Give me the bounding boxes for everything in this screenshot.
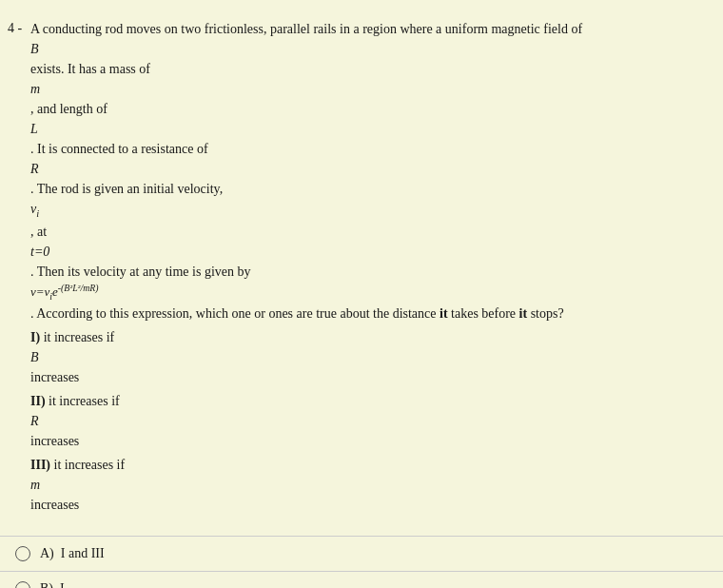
statement-I-var: B [30, 347, 713, 367]
option-A-label: A) I and III [40, 546, 105, 561]
var-B: B [30, 39, 713, 59]
option-B[interactable]: B) I [0, 571, 723, 588]
intro-line-1: A conducting rod moves on two frictionle… [30, 19, 713, 39]
var-m: m [30, 79, 713, 99]
var-t0: t=0 [30, 242, 713, 262]
statement-I-increases: increases [30, 367, 713, 387]
option-B-label: B) I [40, 581, 65, 588]
statement-II: II) it increases if R increases [30, 391, 713, 451]
statement-I: I) it increases if B increases [30, 327, 713, 387]
var-L: L [30, 119, 713, 139]
intro-line-3: , and length of [30, 99, 713, 119]
answer-options: A) I and III B) I C) II D) III E) II and… [0, 536, 723, 588]
intro-line-7: . Then its velocity at any time is given… [30, 262, 713, 282]
statement-II-var: R [30, 411, 713, 431]
intro-line-6: , at [30, 222, 713, 242]
radio-A[interactable] [15, 546, 30, 561]
statement-II-increases: increases [30, 431, 713, 451]
question-container: 4 - A conducting rod moves on two fricti… [0, 10, 723, 526]
statement-II-text: II) it increases if [30, 391, 713, 411]
statement-III-increases: increases [30, 495, 713, 515]
intro-line-5: . The rod is given an initial velocity, [30, 179, 713, 199]
intro-line-2: exists. It has a mass of [30, 59, 713, 79]
var-R: R [30, 159, 713, 179]
option-A[interactable]: A) I and III [0, 536, 723, 571]
page: 4 - A conducting rod moves on two fricti… [0, 0, 723, 588]
statement-I-text: I) it increases if [30, 327, 713, 347]
intro-line-4: . It is connected to a resistance of [30, 139, 713, 159]
statement-III-var: m [30, 475, 713, 495]
formula-line: v=vie-(B²L²/mR) [30, 282, 713, 304]
statement-III-text: III) it increases if [30, 455, 713, 475]
var-vi: vi [30, 199, 713, 222]
question-body: A conducting rod moves on two frictionle… [29, 19, 713, 517]
intro-line-8: . According to this expression, which on… [30, 304, 713, 323]
question-number: 4 - [0, 19, 29, 36]
radio-B[interactable] [15, 581, 30, 588]
statement-III: III) it increases if m increases [30, 455, 713, 515]
